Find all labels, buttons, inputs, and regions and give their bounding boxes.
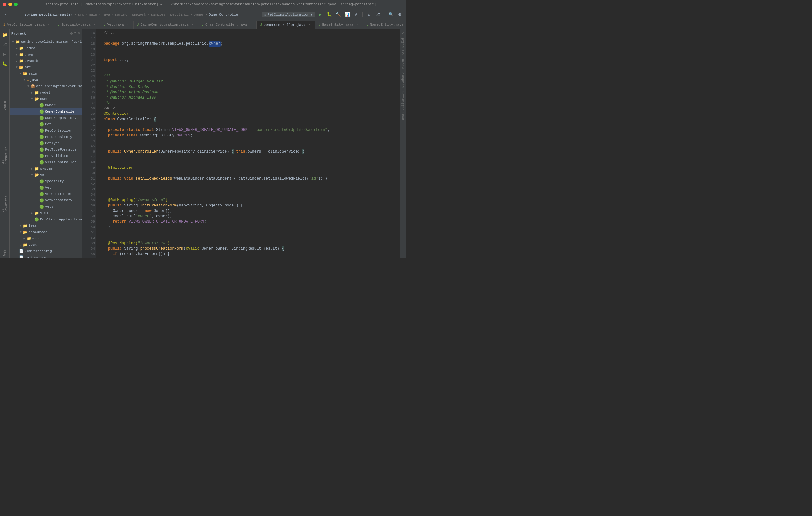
structure-tab[interactable]: Z: Structure: [0, 151, 9, 160]
tree-owner-class[interactable]: 🟢 Owner: [9, 102, 82, 109]
breadcrumb-ownercontroller[interactable]: OwnerController: [209, 13, 240, 17]
breadcrumb-springframework[interactable]: springframework: [115, 13, 146, 17]
settings-button[interactable]: ⚙: [396, 11, 403, 19]
tree-vscode[interactable]: ▶ 📁 .vscode: [9, 58, 82, 64]
tree-model[interactable]: ▶ 📁 model: [9, 89, 82, 96]
tab-vetcontroller[interactable]: J VetController.java ×: [0, 21, 54, 29]
breadcrumb-main[interactable]: main: [89, 13, 97, 17]
tree-visit[interactable]: ▶ 📁 visit: [9, 210, 82, 216]
tab-close-crash[interactable]: ×: [249, 23, 253, 27]
tree-owner-pkg[interactable]: ▼ 📂 owner: [9, 96, 82, 102]
breadcrumb-src[interactable]: src: [78, 13, 84, 17]
project-settings-icon[interactable]: ⚙: [70, 31, 73, 36]
tree-idea[interactable]: ▶ 📁 .idea: [9, 45, 82, 51]
tree-specialty[interactable]: 🟢 Specialty: [9, 178, 82, 184]
tab-baseentity[interactable]: J BaseEntity.java ×: [315, 21, 363, 29]
run-button[interactable]: ▶: [317, 11, 324, 19]
debug-button[interactable]: 🐛: [325, 11, 333, 19]
tab-specialty[interactable]: J Specialty.java ×: [54, 21, 100, 29]
run-config-selector[interactable]: ☕ PetClinicApplication ▼: [262, 12, 315, 17]
tree-src[interactable]: ▼ 📂 src: [9, 64, 82, 70]
tree-resources[interactable]: ▼ 📂 resources: [9, 229, 82, 235]
tree-root[interactable]: ▼ 📁 spring-petclinic-master [spring-petc…: [9, 39, 82, 45]
window-controls[interactable]: [3, 3, 18, 6]
project-tree[interactable]: ▼ 📁 spring-petclinic-master [spring-petc…: [9, 38, 82, 258]
tab-icon-vetcontroller: J: [3, 23, 5, 27]
breadcrumb-petclinic[interactable]: petclinic: [170, 13, 189, 17]
tree-system[interactable]: ▶ 📁 system: [9, 166, 82, 172]
breadcrumb-owner[interactable]: owner: [194, 13, 204, 17]
code-editor[interactable]: //... package org.springframework.sample…: [96, 29, 400, 258]
breadcrumb-java[interactable]: java: [102, 13, 110, 17]
tree-pkg-root[interactable]: ▼ 📦 org.springframework.sampl…: [9, 83, 82, 89]
tree-gitignore[interactable]: 📄 .gitignore: [9, 254, 82, 258]
right-tab-database[interactable]: Database: [401, 70, 405, 89]
tab-close-vet[interactable]: ×: [125, 23, 130, 27]
tab-crashcontroller[interactable]: J CrashController.java ×: [198, 21, 257, 29]
right-tab-beanvalidation[interactable]: Bean Validation: [401, 89, 405, 122]
minimize-button[interactable]: [8, 3, 12, 6]
debug-tool-icon[interactable]: 🐛: [0, 59, 9, 68]
breadcrumb-sep: ›: [75, 13, 77, 17]
profiler-button[interactable]: ⚡: [352, 11, 360, 19]
search-everywhere-button[interactable]: 🔍: [387, 11, 395, 19]
tree-java[interactable]: ▼ ☕ java: [9, 77, 82, 83]
tab-close-cache[interactable]: ×: [190, 23, 195, 27]
learn-tab[interactable]: Learn: [0, 102, 9, 110]
tab-namedentity[interactable]: J NamedEntity.java ×: [363, 21, 406, 29]
tab-close-specialty[interactable]: ×: [92, 23, 97, 27]
breadcrumb-sep4: ›: [111, 13, 114, 17]
commit-icon[interactable]: ⎇: [0, 40, 9, 49]
project-icon[interactable]: 📁: [0, 30, 9, 39]
tab-close-owner[interactable]: ×: [307, 23, 312, 27]
maximize-button[interactable]: [14, 3, 18, 6]
tree-vet-pkg[interactable]: ▼ 📂 vet: [9, 172, 82, 178]
coverage-button[interactable]: 📊: [343, 11, 351, 19]
breadcrumb-samples[interactable]: samples: [151, 13, 166, 17]
tree-vetrepo[interactable]: 🟢 VetRepository: [9, 197, 82, 204]
tree-ownercontroller-class[interactable]: 🟢 OwnerController: [9, 109, 82, 115]
tree-vetcontroller-cls[interactable]: 🟢 VetController: [9, 191, 82, 197]
tab-close-base[interactable]: ×: [355, 23, 359, 27]
right-tab-maven[interactable]: Maven: [401, 57, 405, 70]
update-button[interactable]: ↻: [365, 11, 373, 19]
tree-vets[interactable]: 🟢 Vets: [9, 204, 82, 210]
tab-vet[interactable]: J Vet.java ×: [100, 21, 134, 29]
tree-wro[interactable]: ▶ 📁 wro: [9, 235, 82, 242]
favorites-tab[interactable]: 2: Favorites: [0, 199, 9, 208]
tree-pet[interactable]: 🟢 Pet: [9, 121, 82, 127]
project-collapse-icon[interactable]: ≡: [74, 31, 77, 36]
tab-cacheconfiguration[interactable]: J CacheConfiguration.java ×: [134, 21, 198, 29]
tree-petcontroller[interactable]: 🟢 PetController: [9, 127, 82, 134]
tree-mvn[interactable]: ▶ 📁 .mvn: [9, 51, 82, 58]
tree-vet-class[interactable]: 🟢 Vet: [9, 184, 82, 191]
run-tool-icon[interactable]: ▶: [0, 50, 9, 58]
tab-label-cache: CacheConfiguration.java: [141, 23, 189, 27]
git-button[interactable]: ⎇: [374, 11, 382, 19]
back-button[interactable]: ←: [3, 11, 10, 19]
tab-close-named[interactable]: ×: [405, 23, 406, 27]
close-button[interactable]: [3, 3, 6, 6]
project-close-icon[interactable]: ×: [78, 31, 80, 36]
tree-test[interactable]: ▶ 📁 test: [9, 242, 82, 248]
tree-petrepo[interactable]: 🟢 PetRepository: [9, 134, 82, 140]
web-tab[interactable]: Web: [0, 248, 9, 257]
tree-visitcontroller[interactable]: 🟢 VisitController: [9, 159, 82, 166]
tree-ownerrepo[interactable]: 🟢 OwnerRepository: [9, 115, 82, 121]
right-tab-artbuild[interactable]: Art Build: [401, 36, 405, 57]
tree-less[interactable]: ▶ 📁 less: [9, 223, 82, 229]
tree-pettypeformatter[interactable]: 🟢 PetTypeFormatter: [9, 146, 82, 153]
tab-close-vetcontroller[interactable]: ×: [46, 23, 51, 27]
tree-main[interactable]: ▼ 📂 main: [9, 70, 82, 77]
build-button[interactable]: 🔨: [334, 11, 342, 19]
vet-class-icon: 🟢: [39, 185, 44, 190]
tree-petvalidator[interactable]: 🟢 PetValidator: [9, 153, 82, 159]
tree-resources-label: resources: [29, 230, 47, 234]
tab-ownercontroller[interactable]: J OwnerController.java ×: [257, 21, 315, 29]
tree-editorconfig[interactable]: 📄 .editorconfig: [9, 248, 82, 254]
tree-pettype-label: PetType: [45, 141, 60, 145]
forward-button[interactable]: →: [11, 11, 19, 19]
project-header-icons[interactable]: ⚙ ≡ ×: [70, 31, 80, 36]
tree-petclinicapp[interactable]: 🟢 PetClinicApplication: [9, 216, 82, 223]
tree-pettype[interactable]: 🟢 PetType: [9, 140, 82, 146]
